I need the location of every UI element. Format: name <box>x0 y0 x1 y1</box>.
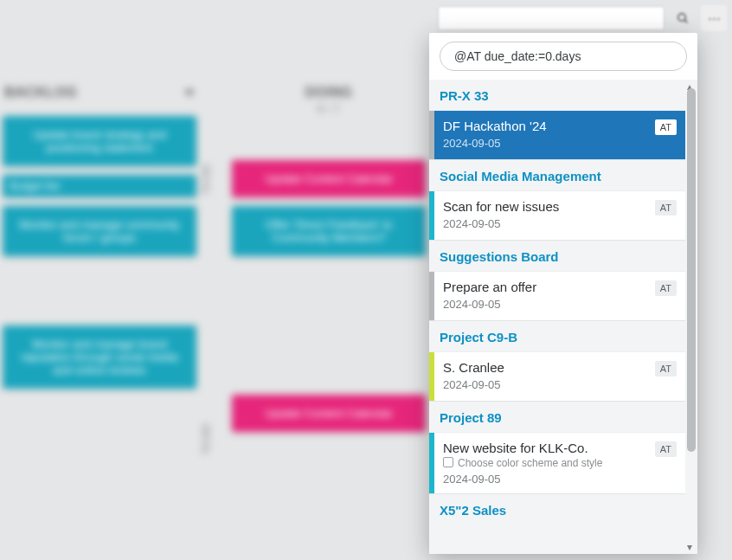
result-group-header[interactable]: PR-X 33 <box>429 80 685 110</box>
item-date: 2024-09-05 <box>443 378 648 391</box>
kanban-card[interactable]: Monitor and manage community forum / gro… <box>3 206 196 256</box>
assignee-tag: AT <box>655 280 677 296</box>
chevron-down-icon <box>184 90 195 96</box>
kanban-card[interactable]: Monitor and manage brand reputation thro… <box>3 325 196 389</box>
kanban-card[interactable]: Offer 'Direct Feedback' to Community Mem… <box>232 206 426 256</box>
item-title: S. Cranlee <box>443 360 648 375</box>
assignee-tag: AT <box>655 200 677 216</box>
swimlane-label: TO DO <box>201 164 211 195</box>
item-title: DF Hackathon '24 <box>443 119 648 133</box>
item-date: 2024-09-05 <box>443 137 648 150</box>
kanban-card[interactable]: Budget fee <box>3 175 196 197</box>
more-icon[interactable]: ⋯ <box>701 5 727 31</box>
search-dropdown-panel: PR-X 33DF Hackathon '242024-09-05ATSocia… <box>429 33 697 554</box>
assignee-tag: AT <box>655 361 677 377</box>
scrollbar-thumb[interactable] <box>687 88 696 452</box>
results-list: PR-X 33DF Hackathon '242024-09-05ATSocia… <box>429 80 697 554</box>
kanban-card[interactable]: Update Content Calendar <box>232 395 426 432</box>
top-toolbar: ⋯ <box>438 5 727 31</box>
svg-line-1 <box>684 20 687 23</box>
assignee-tag: AT <box>655 119 677 135</box>
result-item[interactable]: New website for KLK-Co.Choose color sche… <box>429 432 685 493</box>
kanban-card[interactable]: Update Content Calendar <box>232 160 426 197</box>
scroll-down-icon[interactable]: ▾ <box>684 542 695 552</box>
result-item[interactable]: Scan for new issues2024-09-05AT <box>429 190 685 240</box>
item-title: New website for KLK-Co. <box>443 441 648 455</box>
column-title: BACKLOG <box>4 85 77 100</box>
svg-point-0 <box>678 14 686 22</box>
item-date: 2024-09-05 <box>443 298 648 311</box>
result-group-header[interactable]: X5"2 Sales <box>429 493 685 525</box>
result-item[interactable]: DF Hackathon '242024-09-05AT <box>429 110 685 159</box>
kanban-card[interactable]: Update brand strategy and positioning st… <box>3 116 196 166</box>
global-search-input[interactable] <box>438 6 665 30</box>
query-input[interactable] <box>440 42 687 71</box>
result-item[interactable]: Prepare an offer2024-09-05AT <box>429 271 685 320</box>
item-title: Scan for new issues <box>443 199 648 214</box>
result-group-header[interactable]: Project C9-B <box>429 320 685 351</box>
swimlane-label: TO DO <box>201 424 211 454</box>
item-subtask: Choose color scheme and style <box>443 457 648 469</box>
column-count: 6 / 7 <box>318 103 340 115</box>
search-icon[interactable] <box>670 5 696 31</box>
assignee-tag: AT <box>655 441 677 457</box>
item-date: 2024-09-05 <box>443 473 648 486</box>
column-title: DOING <box>305 85 353 100</box>
result-group-header[interactable]: Suggestions Board <box>429 240 685 271</box>
item-date: 2024-09-05 <box>443 217 648 230</box>
result-group-header[interactable]: Social Media Management <box>429 159 685 190</box>
scrollbar[interactable]: ▴ ▾ <box>687 83 696 550</box>
column-header-doing: DOING 6 / 7 <box>225 78 433 122</box>
item-title: Prepare an offer <box>443 280 648 294</box>
result-item[interactable]: S. Cranlee2024-09-05AT <box>429 351 685 401</box>
column-header-backlog: BACKLOG <box>0 78 203 107</box>
result-group-header[interactable]: Project 89 <box>429 401 685 432</box>
